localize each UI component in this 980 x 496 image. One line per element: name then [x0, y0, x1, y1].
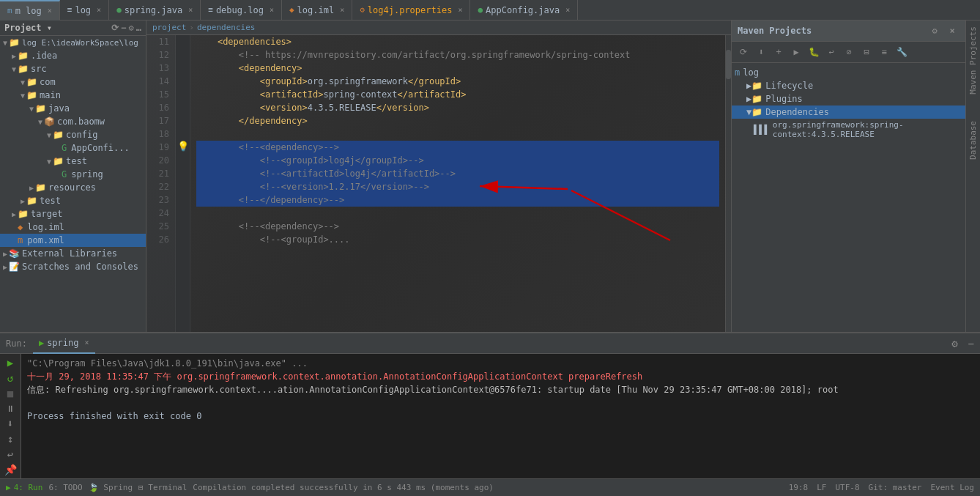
sidebar-item-config[interactable]: ▼ 📁 config [0, 128, 146, 141]
status-run-btn[interactable]: ▶ 4: Run [6, 483, 42, 492]
run-tab-close[interactable]: × [85, 338, 89, 347]
sidebar-item-appconfig[interactable]: G AppConfi... [0, 141, 146, 155]
maven-item-log[interactable]: m log [732, 66, 965, 79]
sidebar-item-resources[interactable]: ▶ 📁 resources [0, 181, 146, 194]
folder-icon-test-folder: 📁 [26, 196, 37, 206]
run-stop-btn[interactable]: ■ [3, 388, 18, 400]
folder-icon-src: 📁 [18, 64, 29, 74]
breadcrumb-dependencies[interactable]: dependencies [197, 23, 255, 32]
code-editor[interactable]: <dependencies> <!-- https://mvnrepositor… [190, 35, 725, 332]
maven-props-btn[interactable]: ≡ [877, 45, 891, 59]
maven-wrench-btn[interactable]: 🔧 [894, 45, 909, 59]
tab-close-log4j[interactable]: × [458, 6, 462, 14]
run-pin-btn[interactable]: 📌 [3, 463, 18, 475]
run-pause-btn[interactable]: ⏸ [3, 402, 18, 415]
run-panel: Run: ▶ spring × ⚙ − ▶ ↺ ■ ⏸ ⬇ ↕ ↩ 📌 [0, 332, 980, 478]
status-position[interactable]: 19:8 [789, 483, 809, 492]
editor-area: project › dependencies 11 12 13 14 15 16… [146, 21, 731, 332]
maven-settings-btn[interactable]: ⚙ [927, 23, 942, 38]
run-wrap-btn[interactable]: ↩ [3, 448, 18, 461]
status-event-log[interactable]: Event Log [930, 483, 974, 492]
sidebar-item-src[interactable]: ▼ 📁 src [0, 62, 146, 75]
tab-close-spring-java[interactable]: × [188, 6, 193, 14]
tab-close-log-iml[interactable]: × [340, 6, 344, 14]
tab-appconfig[interactable]: ● AppConfig.java × [470, 0, 578, 21]
status-terminal-btn[interactable]: ⊟ Terminal [138, 483, 187, 492]
sidebar-item-test-folder[interactable]: ▶ 📁 test [0, 194, 146, 207]
tab-close-m-log[interactable]: × [48, 7, 52, 15]
run-output[interactable]: "C:\Program Files\Java\jdk1.8.0_191\bin\… [21, 354, 980, 478]
more-btn[interactable]: … [136, 23, 141, 33]
tab-close-debug-log[interactable]: × [270, 6, 274, 14]
sidebar-item-java[interactable]: ▼ 📁 java [0, 102, 146, 115]
maven-item-plugins[interactable]: ▶ 📁 Plugins [732, 92, 965, 106]
run-scroll-btn[interactable]: ↕ [3, 433, 18, 445]
maven-import-btn[interactable]: ⬇ [754, 45, 768, 59]
maven-lifecycle-btn[interactable]: ↩ [824, 45, 839, 59]
maven-refresh-btn[interactable]: ⟳ [736, 45, 751, 59]
folder-icon-com-baomw: 📦 [44, 116, 55, 127]
collapse-btn[interactable]: − [121, 23, 126, 33]
folder-icon-config: 📁 [53, 130, 64, 140]
sidebar-item-test[interactable]: ▼ 📁 test [0, 155, 146, 168]
code-line-16: <version>4.3.5.RELEASE</version> [196, 101, 719, 114]
breadcrumb-sep: › [189, 23, 194, 32]
tab-label-log-iml: log.iml [297, 5, 335, 15]
sidebar-item-log-root[interactable]: ▼ 📁 log E:\ideaWorkSpace\log [0, 36, 146, 49]
arrow-test: ▼ [47, 158, 51, 166]
maven-run-btn[interactable]: ▶ [789, 45, 803, 59]
tab-spring-java[interactable]: ● spring.java × [109, 0, 201, 21]
settings-btn[interactable]: ⚙ [129, 23, 134, 33]
run-rerun-btn[interactable]: ↺ [3, 372, 18, 385]
maven-item-dependencies[interactable]: ▼ 📁 Dependencies [732, 106, 965, 119]
breadcrumb-project[interactable]: project [152, 23, 186, 32]
tab-log[interactable]: ≡ log × [60, 0, 109, 21]
maven-debug-btn[interactable]: 🐛 [806, 45, 821, 59]
status-terminal-label: Terminal [148, 483, 187, 492]
database-strip-label[interactable]: Database [967, 115, 979, 166]
status-encoding[interactable]: UTF-8 [835, 483, 859, 492]
status-git[interactable]: Git: master [869, 483, 922, 492]
sidebar-item-external-libs[interactable]: ▶ 📚 External Libraries [0, 247, 146, 260]
run-minimize-btn[interactable]: − [968, 338, 974, 349]
tab-m-log[interactable]: m m log × [0, 0, 60, 21]
maven-add-btn[interactable]: + [771, 45, 786, 59]
run-settings-btn[interactable]: ⚙ [951, 338, 957, 349]
sidebar-item-spring[interactable]: G spring [0, 168, 146, 181]
sync-btn[interactable]: ⟳ [111, 23, 119, 33]
maven-item-spring-context[interactable]: ▌▌▌ org.springframework:spring-context:4… [732, 119, 965, 141]
code-line-22: <!--<version>1.2.17</version>--> [196, 180, 719, 193]
scrollbar-thumb[interactable] [726, 50, 731, 79]
java-icon-appconfig: G [62, 143, 67, 153]
sidebar-item-scratches[interactable]: ▶ 📝 Scratches and Consoles [0, 260, 146, 273]
run-tab-spring[interactable]: ▶ spring × [33, 333, 95, 354]
tab-close-log[interactable]: × [97, 6, 101, 14]
arrow-com: ▼ [21, 78, 25, 86]
sidebar-item-com-baomw[interactable]: ▼ 📦 com.baomw [0, 115, 146, 128]
maven-close-btn[interactable]: × [945, 23, 959, 38]
sidebar-item-main[interactable]: ▼ 📁 main [0, 89, 146, 102]
sidebar-item-pom-xml[interactable]: m pom.xml [0, 234, 146, 247]
status-lf[interactable]: LF [817, 483, 826, 492]
sidebar-item-com[interactable]: ▼ 📁 com [0, 75, 146, 89]
status-spring-btn[interactable]: 🍃 Spring [89, 483, 133, 492]
sidebar-item-idea[interactable]: ▶ 📁 .idea [0, 49, 146, 62]
tab-log4j[interactable]: ⚙ log4j.properties × [352, 0, 470, 21]
run-step-btn[interactable]: ⬇ [3, 418, 18, 430]
tab-close-appconfig[interactable]: × [565, 6, 570, 14]
sidebar-item-target[interactable]: ▶ 📁 target [0, 207, 146, 221]
maven-strip-label[interactable]: Maven Projects [967, 21, 979, 100]
tab-log-iml[interactable]: ◆ log.iml × [282, 0, 352, 21]
maven-skip-btn[interactable]: ⊘ [842, 45, 856, 59]
sidebar-item-log-iml[interactable]: ◆ log.iml [0, 221, 146, 234]
arrow-external-libs: ▶ [3, 250, 7, 258]
status-todo-btn[interactable]: 6: TODO [48, 483, 82, 492]
maven-item-lifecycle[interactable]: ▶ 📁 Lifecycle [732, 79, 965, 92]
tab-debug-log[interactable]: ≡ debug.log × [201, 0, 282, 21]
run-play-btn[interactable]: ▶ [3, 357, 18, 369]
editor-scrollbar[interactable] [725, 35, 731, 332]
maven-collapse-btn[interactable]: ⊟ [859, 45, 874, 59]
lightbulb-icon[interactable]: 💡 [177, 141, 189, 152]
tab-icon-log-iml: ◆ [289, 5, 294, 15]
arrow-plugins: ▶ [746, 94, 751, 104]
